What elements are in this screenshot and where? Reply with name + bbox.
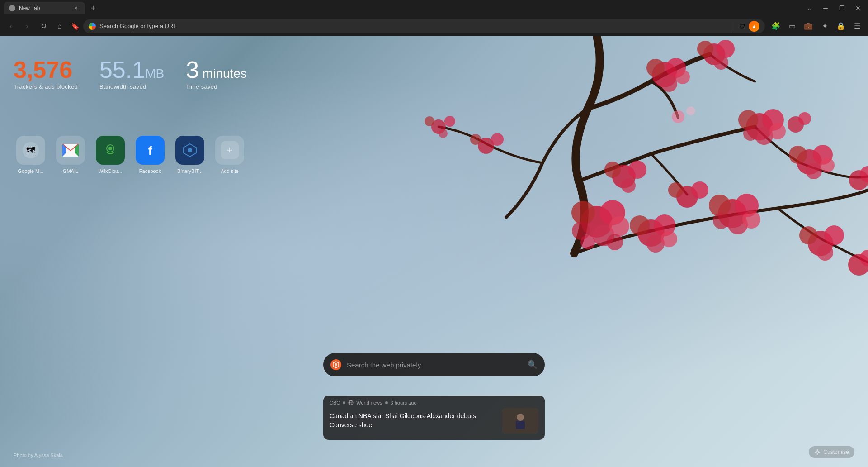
news-thumbnail: [502, 408, 538, 434]
svg-point-55: [798, 112, 811, 125]
site-wilxcloud[interactable]: WilxClou...: [92, 136, 128, 174]
new-tab-button[interactable]: +: [87, 2, 99, 14]
search-placeholder: Search the web privately: [347, 361, 522, 369]
nav-right-buttons: 🧩 ▭ 💼 ✦ 🔒 ☰: [769, 19, 864, 33]
maximize-button[interactable]: ❐: [835, 4, 848, 13]
svg-point-64: [470, 134, 481, 145]
news-dot2: [385, 401, 388, 404]
search-icon: 🔍: [528, 360, 538, 370]
trackers-value: 3,576: [14, 58, 78, 81]
svg-point-60: [425, 116, 434, 126]
svg-point-37: [742, 210, 760, 229]
brave-ai-button[interactable]: ✦: [817, 19, 832, 33]
news-dot: [343, 401, 345, 404]
wallet-button[interactable]: 💼: [801, 19, 816, 33]
sidebar-button[interactable]: ▭: [785, 19, 799, 33]
svg-point-46: [621, 178, 636, 193]
site-facebook[interactable]: f Facebook: [132, 136, 168, 174]
trackers-label: Trackers & ads blocked: [14, 83, 78, 90]
forward-button[interactable]: ›: [20, 19, 34, 33]
svg-point-18: [806, 163, 822, 179]
window-controls: ⌄ ─ ❐ ✕: [803, 4, 864, 13]
back-button[interactable]: ‹: [4, 19, 18, 33]
news-time: 3 hours ago: [391, 400, 417, 405]
brave-shield-icon[interactable]: 🛡: [738, 22, 747, 31]
svg-point-57: [686, 106, 695, 115]
svg-point-61: [439, 129, 448, 138]
svg-point-3: [661, 76, 677, 92]
search-bar[interactable]: Search the web privately 🔍: [323, 353, 545, 376]
customise-button[interactable]: Customise: [809, 446, 854, 458]
google-maps-icon: 🗺: [16, 136, 45, 165]
main-content: 3,576 Trackers & ads blocked 55.1MB Band…: [0, 36, 868, 467]
site-facebook-label: Facebook: [139, 168, 161, 174]
time-label: Time saved: [186, 83, 247, 90]
svg-point-8: [714, 55, 728, 70]
svg-point-17: [789, 146, 807, 164]
google-icon: [89, 23, 96, 30]
binarybit-icon: [175, 136, 204, 165]
globe-icon: [348, 400, 354, 405]
menu-button[interactable]: ☰: [850, 19, 864, 33]
site-google-maps-label: Google M...: [18, 168, 44, 174]
tab-favicon: [9, 5, 15, 11]
trackers-stat: 3,576 Trackers & ads blocked: [14, 58, 78, 90]
nav-bar: ‹ › ↻ ⌂ 🔖 Search Google or type a URL 🛡 …: [0, 16, 868, 36]
news-meta: CBC World news 3 hours ago: [323, 396, 545, 408]
svg-point-56: [672, 110, 684, 123]
svg-marker-79: [335, 363, 337, 367]
bandwidth-label: Bandwidth saved: [99, 83, 164, 90]
svg-point-4: [675, 70, 690, 84]
brave-search-logo: [330, 359, 341, 370]
bandwidth-value: 55.1MB: [99, 58, 164, 81]
title-bar: New Tab × + ⌄ ─ ❐ ✕: [0, 0, 868, 16]
wilxcloud-icon: [96, 136, 125, 165]
browser-tab[interactable]: New Tab ×: [4, 2, 85, 14]
address-text: Search Google or type a URL: [99, 23, 728, 29]
svg-point-40: [824, 225, 844, 245]
add-site-button[interactable]: + Add site: [212, 136, 248, 174]
tab-list-button[interactable]: ⌄: [803, 4, 816, 13]
close-button[interactable]: ✕: [852, 4, 864, 13]
address-bar-actions: 🛡 ▲: [732, 21, 760, 32]
site-binarybit-label: BinaryBIT...: [177, 168, 203, 174]
svg-point-63: [491, 133, 504, 146]
vpn-button[interactable]: 🔒: [834, 19, 848, 33]
site-binarybit[interactable]: BinaryBIT...: [172, 136, 208, 174]
site-gmail[interactable]: GMAIL: [52, 136, 89, 174]
facebook-icon: f: [136, 136, 165, 165]
svg-point-75: [188, 148, 192, 152]
brave-rewards-icon[interactable]: ▲: [749, 21, 760, 32]
svg-point-2: [646, 59, 665, 77]
svg-point-14: [743, 126, 758, 141]
svg-point-41: [799, 226, 817, 244]
minimize-button[interactable]: ─: [819, 4, 832, 13]
svg-point-49: [668, 182, 684, 198]
refresh-button[interactable]: ↻: [36, 19, 51, 33]
news-category: World news: [356, 400, 382, 405]
svg-point-22: [571, 201, 595, 224]
svg-point-70: [108, 147, 112, 150]
svg-point-19: [820, 158, 835, 172]
customise-icon: [814, 449, 821, 455]
photo-credit: Photo by Alyssa Skala: [14, 453, 63, 458]
svg-rect-86: [516, 421, 525, 429]
bandwidth-stat: 55.1MB Bandwidth saved: [99, 58, 164, 90]
site-google-maps[interactable]: 🗺 Google M...: [13, 136, 49, 174]
extensions-button[interactable]: 🧩: [769, 19, 783, 33]
tab-close-button[interactable]: ×: [72, 5, 80, 12]
news-card[interactable]: CBC World news 3 hours ago Canadian NBA …: [323, 396, 545, 440]
bookmark-button[interactable]: 🔖: [69, 20, 81, 33]
news-source: CBC: [330, 400, 340, 405]
address-bar[interactable]: Search Google or type a URL 🛡 ▲: [83, 19, 765, 33]
svg-point-38: [713, 213, 729, 229]
tab-title: New Tab: [19, 5, 69, 11]
svg-text:🗺: 🗺: [26, 145, 35, 155]
svg-point-30: [630, 215, 650, 235]
home-button[interactable]: ⌂: [52, 19, 67, 33]
site-gmail-label: GMAIL: [63, 168, 78, 174]
svg-point-24: [609, 216, 629, 236]
svg-point-45: [604, 162, 621, 178]
news-content: Canadian NBA star Shai Gilgeous-Alexande…: [323, 408, 545, 440]
svg-point-44: [628, 161, 646, 179]
